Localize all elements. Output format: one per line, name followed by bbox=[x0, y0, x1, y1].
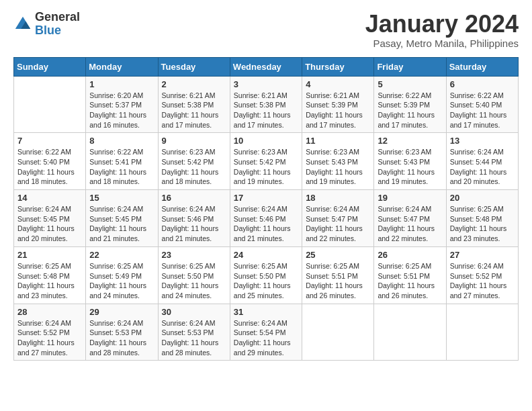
day-info: Sunrise: 6:24 AMSunset: 5:53 PMDaylight:… bbox=[162, 318, 226, 358]
day-cell: 7Sunrise: 6:22 AMSunset: 5:40 PMDaylight… bbox=[14, 133, 86, 190]
day-cell bbox=[302, 304, 374, 361]
week-row-1: 1Sunrise: 6:20 AMSunset: 5:37 PMDaylight… bbox=[14, 76, 519, 133]
day-info: Sunrise: 6:24 AMSunset: 5:47 PMDaylight:… bbox=[306, 204, 370, 244]
day-cell: 29Sunrise: 6:24 AMSunset: 5:53 PMDayligh… bbox=[86, 304, 158, 361]
header-row: SundayMondayTuesdayWednesdayThursdayFrid… bbox=[14, 57, 519, 76]
logo-blue: Blue bbox=[35, 24, 80, 38]
header-day-saturday: Saturday bbox=[446, 57, 518, 76]
day-number: 30 bbox=[162, 307, 226, 317]
week-row-5: 28Sunrise: 6:24 AMSunset: 5:52 PMDayligh… bbox=[14, 304, 519, 361]
day-number: 1 bbox=[89, 79, 154, 89]
day-number: 21 bbox=[17, 250, 82, 260]
logo: General Blue bbox=[13, 11, 80, 38]
day-info: Sunrise: 6:24 AMSunset: 5:46 PMDaylight:… bbox=[234, 204, 298, 244]
day-number: 14 bbox=[17, 193, 82, 203]
location-subtitle: Pasay, Metro Manila, Philippines bbox=[365, 38, 519, 49]
day-cell: 2Sunrise: 6:21 AMSunset: 5:38 PMDaylight… bbox=[158, 76, 230, 133]
day-number: 28 bbox=[17, 307, 82, 317]
day-number: 6 bbox=[450, 79, 515, 89]
day-number: 29 bbox=[89, 307, 154, 317]
day-cell: 19Sunrise: 6:24 AMSunset: 5:47 PMDayligh… bbox=[374, 190, 446, 247]
header-day-thursday: Thursday bbox=[302, 57, 374, 76]
day-number: 27 bbox=[450, 250, 515, 260]
day-cell: 12Sunrise: 6:23 AMSunset: 5:43 PMDayligh… bbox=[374, 133, 446, 190]
day-number: 26 bbox=[378, 250, 442, 260]
day-info: Sunrise: 6:25 AMSunset: 5:50 PMDaylight:… bbox=[234, 261, 298, 301]
day-number: 19 bbox=[378, 193, 442, 203]
page-header: General Blue January 2024 Pasay, Metro M… bbox=[13, 11, 519, 49]
day-info: Sunrise: 6:24 AMSunset: 5:52 PMDaylight:… bbox=[450, 261, 515, 301]
day-cell: 22Sunrise: 6:25 AMSunset: 5:49 PMDayligh… bbox=[86, 246, 158, 304]
header-day-wednesday: Wednesday bbox=[230, 57, 302, 76]
day-cell: 20Sunrise: 6:25 AMSunset: 5:48 PMDayligh… bbox=[446, 190, 518, 247]
day-info: Sunrise: 6:25 AMSunset: 5:51 PMDaylight:… bbox=[378, 261, 442, 301]
day-cell: 16Sunrise: 6:24 AMSunset: 5:46 PMDayligh… bbox=[158, 190, 230, 247]
day-info: Sunrise: 6:24 AMSunset: 5:53 PMDaylight:… bbox=[89, 318, 154, 358]
day-info: Sunrise: 6:22 AMSunset: 5:41 PMDaylight:… bbox=[89, 147, 154, 187]
day-info: Sunrise: 6:25 AMSunset: 5:49 PMDaylight:… bbox=[89, 261, 154, 301]
day-number: 24 bbox=[234, 250, 298, 260]
title-block: January 2024 Pasay, Metro Manila, Philip… bbox=[365, 11, 519, 49]
day-number: 10 bbox=[234, 136, 298, 146]
day-cell bbox=[374, 304, 446, 361]
day-number: 4 bbox=[306, 79, 370, 89]
day-info: Sunrise: 6:23 AMSunset: 5:42 PMDaylight:… bbox=[162, 147, 226, 187]
day-info: Sunrise: 6:25 AMSunset: 5:50 PMDaylight:… bbox=[162, 261, 226, 301]
week-row-2: 7Sunrise: 6:22 AMSunset: 5:40 PMDaylight… bbox=[14, 133, 519, 190]
header-day-monday: Monday bbox=[86, 57, 158, 76]
day-cell: 13Sunrise: 6:24 AMSunset: 5:44 PMDayligh… bbox=[446, 133, 518, 190]
day-number: 23 bbox=[162, 250, 226, 260]
logo-icon bbox=[13, 15, 32, 34]
month-title: January 2024 bbox=[365, 11, 519, 38]
day-info: Sunrise: 6:24 AMSunset: 5:52 PMDaylight:… bbox=[17, 318, 82, 358]
day-number: 2 bbox=[162, 79, 226, 89]
day-info: Sunrise: 6:25 AMSunset: 5:48 PMDaylight:… bbox=[17, 261, 82, 301]
day-info: Sunrise: 6:25 AMSunset: 5:48 PMDaylight:… bbox=[450, 204, 515, 244]
day-info: Sunrise: 6:22 AMSunset: 5:40 PMDaylight:… bbox=[17, 147, 82, 187]
day-info: Sunrise: 6:24 AMSunset: 5:54 PMDaylight:… bbox=[234, 318, 298, 358]
day-info: Sunrise: 6:23 AMSunset: 5:43 PMDaylight:… bbox=[378, 147, 442, 187]
day-cell: 27Sunrise: 6:24 AMSunset: 5:52 PMDayligh… bbox=[446, 246, 518, 304]
logo-general: General bbox=[35, 11, 80, 24]
day-info: Sunrise: 6:25 AMSunset: 5:51 PMDaylight:… bbox=[306, 261, 370, 301]
day-cell: 6Sunrise: 6:22 AMSunset: 5:40 PMDaylight… bbox=[446, 76, 518, 133]
day-cell: 8Sunrise: 6:22 AMSunset: 5:41 PMDaylight… bbox=[86, 133, 158, 190]
day-info: Sunrise: 6:21 AMSunset: 5:38 PMDaylight:… bbox=[162, 91, 226, 130]
day-cell: 15Sunrise: 6:24 AMSunset: 5:45 PMDayligh… bbox=[86, 190, 158, 247]
day-cell bbox=[446, 304, 518, 361]
day-cell: 31Sunrise: 6:24 AMSunset: 5:54 PMDayligh… bbox=[230, 304, 302, 361]
day-cell: 18Sunrise: 6:24 AMSunset: 5:47 PMDayligh… bbox=[302, 190, 374, 247]
day-number: 8 bbox=[89, 136, 154, 146]
day-cell: 21Sunrise: 6:25 AMSunset: 5:48 PMDayligh… bbox=[14, 246, 86, 304]
day-cell: 4Sunrise: 6:21 AMSunset: 5:39 PMDaylight… bbox=[302, 76, 374, 133]
day-info: Sunrise: 6:21 AMSunset: 5:38 PMDaylight:… bbox=[234, 91, 298, 130]
day-info: Sunrise: 6:24 AMSunset: 5:45 PMDaylight:… bbox=[89, 204, 154, 244]
day-number: 15 bbox=[89, 193, 154, 203]
day-number: 31 bbox=[234, 307, 298, 317]
day-number: 16 bbox=[162, 193, 226, 203]
week-row-3: 14Sunrise: 6:24 AMSunset: 5:45 PMDayligh… bbox=[14, 190, 519, 247]
day-cell: 1Sunrise: 6:20 AMSunset: 5:37 PMDaylight… bbox=[86, 76, 158, 133]
day-info: Sunrise: 6:22 AMSunset: 5:40 PMDaylight:… bbox=[450, 91, 515, 130]
day-number: 3 bbox=[234, 79, 298, 89]
logo-text: General Blue bbox=[35, 11, 80, 38]
day-cell bbox=[14, 76, 86, 133]
day-number: 25 bbox=[306, 250, 370, 260]
day-cell: 24Sunrise: 6:25 AMSunset: 5:50 PMDayligh… bbox=[230, 246, 302, 304]
day-cell: 9Sunrise: 6:23 AMSunset: 5:42 PMDaylight… bbox=[158, 133, 230, 190]
day-cell: 26Sunrise: 6:25 AMSunset: 5:51 PMDayligh… bbox=[374, 246, 446, 304]
day-number: 7 bbox=[17, 136, 82, 146]
day-number: 18 bbox=[306, 193, 370, 203]
week-row-4: 21Sunrise: 6:25 AMSunset: 5:48 PMDayligh… bbox=[14, 246, 519, 304]
day-cell: 5Sunrise: 6:22 AMSunset: 5:39 PMDaylight… bbox=[374, 76, 446, 133]
day-info: Sunrise: 6:24 AMSunset: 5:44 PMDaylight:… bbox=[450, 147, 515, 187]
day-info: Sunrise: 6:22 AMSunset: 5:39 PMDaylight:… bbox=[378, 91, 442, 130]
header-day-tuesday: Tuesday bbox=[158, 57, 230, 76]
day-number: 9 bbox=[162, 136, 226, 146]
day-number: 12 bbox=[378, 136, 442, 146]
day-number: 5 bbox=[378, 79, 442, 89]
header-day-sunday: Sunday bbox=[14, 57, 86, 76]
day-number: 11 bbox=[306, 136, 370, 146]
day-cell: 28Sunrise: 6:24 AMSunset: 5:52 PMDayligh… bbox=[14, 304, 86, 361]
day-cell: 25Sunrise: 6:25 AMSunset: 5:51 PMDayligh… bbox=[302, 246, 374, 304]
